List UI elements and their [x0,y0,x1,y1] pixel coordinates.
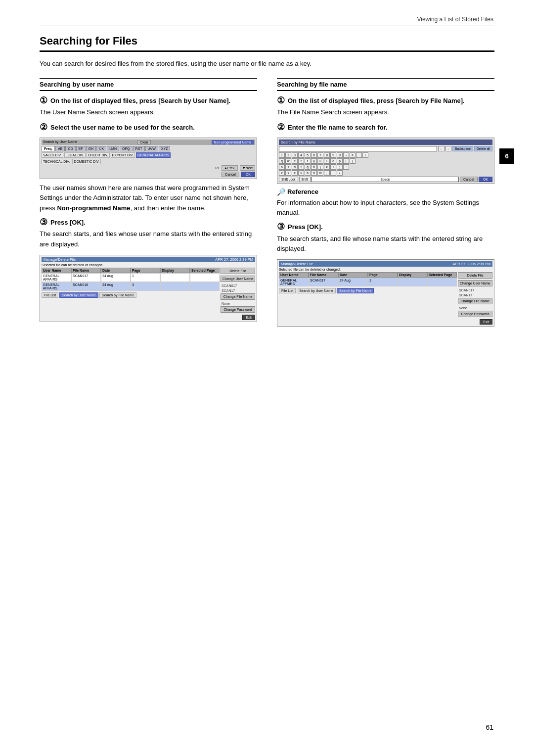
key-0[interactable]: 0 [337,152,343,158]
key-3[interactable]: 3 [292,152,298,158]
keyboard-backspace[interactable]: Backspace [452,146,473,151]
key-rbracket[interactable]: ] [350,158,356,164]
search-by-file-btn-2[interactable]: Search by File Name [337,288,374,293]
uns-item-general[interactable]: GENERAL AFFAIRS [136,152,171,158]
key-a[interactable]: a [279,164,285,170]
key-b[interactable]: b [305,170,311,176]
key-shiftlock[interactable]: Shift Lock [279,177,298,182]
uns-tab-xyz[interactable]: XYZ [159,146,171,151]
uns-tab-freq[interactable]: Freq. [42,146,55,151]
key-u[interactable]: u [317,158,323,164]
key-4[interactable]: 4 [298,152,304,158]
key-8[interactable]: 8 [324,152,330,158]
key-backslash[interactable]: \ [362,152,368,158]
key-lbracket[interactable]: [ [343,158,349,164]
key-k[interactable]: k [324,164,330,170]
exit-btn-1[interactable]: Exit [242,315,255,320]
uns-tab-ijk[interactable]: IJK [96,146,106,151]
uns-tab-uvw[interactable]: UVW [145,146,158,151]
search-by-user-btn-2[interactable]: Search by User Name [297,288,336,293]
key-x[interactable]: x [285,170,291,176]
key-l[interactable]: l [330,164,336,170]
key-1[interactable]: 1 [279,152,285,158]
key-equals[interactable]: = [350,152,356,158]
key-v[interactable]: v [298,170,304,176]
side-change-user-1[interactable]: Change User Name [221,276,255,282]
side-delete-file-2[interactable]: Delete File [458,272,492,279]
uns-item-legal[interactable]: LEGAL DIV. [64,152,86,158]
key-f[interactable]: f [298,164,304,170]
key-p[interactable]: p [337,158,343,164]
exit-btn-2[interactable]: Exit [480,319,492,325]
key-h[interactable]: h [311,164,317,170]
side-change-pw-2[interactable]: Change Password [458,311,492,317]
uns-tab-cd[interactable]: CD [65,146,75,151]
key-c[interactable]: c [292,170,298,176]
key-6[interactable]: 6 [311,152,317,158]
key-w[interactable]: w [285,158,291,164]
uns-item-sales[interactable]: SALES DIV. [42,152,63,158]
uns-ok-btn[interactable]: OK [241,172,255,177]
keyboard-cancel-btn[interactable]: Cancel [460,177,478,182]
keyboard-delete-all[interactable]: Delete all [474,146,492,151]
key-backtick[interactable]: ` [356,152,362,158]
search-by-file-btn-1[interactable]: Search by File Name [99,292,136,298]
uns-tab-gh[interactable]: GH [86,146,96,151]
uns-item-credit[interactable]: CREDIT DIV. [87,152,110,158]
key-dash[interactable]: - [343,152,349,158]
key-r[interactable]: r [298,158,304,164]
uns-tab-ab[interactable]: AB [55,146,65,151]
uns-tabs: Freq. AB CD EF GH IJK LMN OPQ RST UVW XY… [42,146,255,151]
key-2[interactable]: 2 [285,152,291,158]
file-list-btn-2[interactable]: File List [279,288,296,293]
key-q[interactable]: q [279,158,285,164]
uns-tab-ef[interactable]: EF [76,146,86,151]
keyboard-forward-arrow[interactable]: → [445,146,452,151]
key-7[interactable]: 7 [317,152,323,158]
uns-next-btn[interactable]: ▼Next [240,165,255,171]
key-d[interactable]: d [292,164,298,170]
key-slash[interactable]: / [337,170,343,176]
uns-prev-btn[interactable]: ▲Prev. [222,165,238,171]
uns-item-export[interactable]: EXPORT DIV. [111,152,135,158]
key-shift[interactable]: Shift [299,177,311,182]
side-change-file-1[interactable]: Change File Name [221,293,255,300]
uns-clear-btn[interactable]: Clear [137,140,151,144]
cell-1a-display [160,273,190,282]
key-period[interactable]: . [330,170,336,176]
key-o[interactable]: o [330,158,336,164]
key-y[interactable]: y [311,158,317,164]
search-by-user-btn-1[interactable]: Search by User Name [59,292,98,298]
key-semicolon[interactable]: ; [337,164,343,170]
uns-item-domestic[interactable]: DOMESTIC DIV. [72,159,101,164]
key-m[interactable]: m [317,170,323,176]
uns-cancel-btn[interactable]: Cancel [222,172,239,177]
key-9[interactable]: 9 [330,152,336,158]
key-comma[interactable]: , [324,170,330,176]
key-n[interactable]: n [311,170,317,176]
keyboard-back-arrow[interactable]: ← [438,146,445,151]
uns-tab-lmn[interactable]: LMN [107,146,119,151]
key-5[interactable]: 5 [305,152,311,158]
key-g[interactable]: g [305,164,311,170]
key-t[interactable]: t [305,158,311,164]
key-z[interactable]: z [279,170,285,176]
left-column: Searching by user name ① On the list of … [40,78,257,331]
keyboard-ok-btn[interactable]: OK [479,177,492,182]
side-change-pw-1[interactable]: Change Password [221,306,255,313]
file-list-btn-1[interactable]: File List [42,292,58,298]
side-change-file-2[interactable]: Change File Name [458,298,492,304]
key-i[interactable]: i [324,158,330,164]
key-e[interactable]: e [292,158,298,164]
side-change-user-2[interactable]: Change User Name [458,280,492,286]
uns-nonprogrammed-btn[interactable]: Non-programmed Name [212,140,254,144]
key-quote[interactable]: ' [343,164,349,170]
keyboard-input-field[interactable] [279,146,437,151]
key-space[interactable]: Space [312,177,459,182]
key-s[interactable]: s [285,164,291,170]
key-j[interactable]: j [317,164,323,170]
uns-tab-opq[interactable]: OPQ [120,146,133,151]
side-delete-file-1[interactable]: Delete File [221,268,255,274]
uns-item-technical[interactable]: TECHNICAL DIV. [42,159,71,164]
uns-tab-rst[interactable]: RST [133,146,145,151]
